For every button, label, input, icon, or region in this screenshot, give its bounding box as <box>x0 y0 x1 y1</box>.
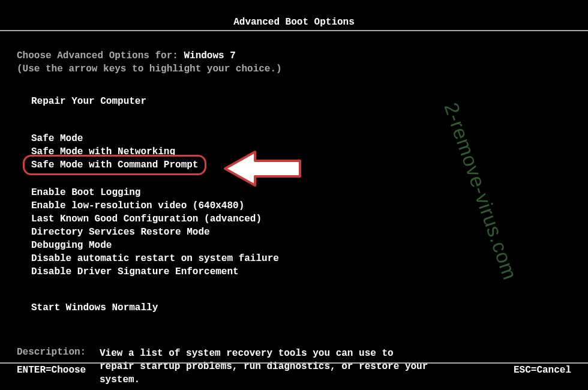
option-safe-mode[interactable]: Safe Mode <box>31 132 588 145</box>
intro-prefix: Choose Advanced Options for: <box>17 50 184 61</box>
footer: ENTER=Choose ESC=Cancel <box>0 362 588 376</box>
option-disable-auto-restart[interactable]: Disable automatic restart on system fail… <box>31 252 588 265</box>
option-boot-logging[interactable]: Enable Boot Logging <box>31 186 588 199</box>
option-last-known-good[interactable]: Last Known Good Configuration (advanced) <box>31 212 588 226</box>
option-low-res-video[interactable]: Enable low-resolution video (640x480) <box>31 199 588 212</box>
option-start-normally[interactable]: Start Windows Normally <box>31 302 588 313</box>
footer-esc-hint: ESC=Cancel <box>514 365 571 376</box>
os-name: Windows 7 <box>184 50 235 61</box>
intro-hint: (Use the arrow keys to highlight your ch… <box>17 62 588 76</box>
option-repair-computer[interactable]: Repair Your Computer <box>31 96 588 107</box>
page-title: Advanced Boot Options <box>0 0 588 30</box>
footer-divider <box>0 362 588 364</box>
option-safe-mode-networking[interactable]: Safe Mode with Networking <box>31 145 588 158</box>
option-safe-mode-command-prompt[interactable]: Safe Mode with Command Prompt <box>31 160 198 170</box>
intro-line-os: Choose Advanced Options for: Windows 7 <box>17 49 588 62</box>
option-debugging-mode[interactable]: Debugging Mode <box>31 239 588 252</box>
option-directory-services-restore[interactable]: Directory Services Restore Mode <box>31 226 588 239</box>
footer-enter-hint: ENTER=Choose <box>17 365 86 376</box>
option-disable-driver-sig[interactable]: Disable Driver Signature Enforcement <box>31 265 588 278</box>
intro-block: Choose Advanced Options for: Windows 7 (… <box>0 31 588 76</box>
